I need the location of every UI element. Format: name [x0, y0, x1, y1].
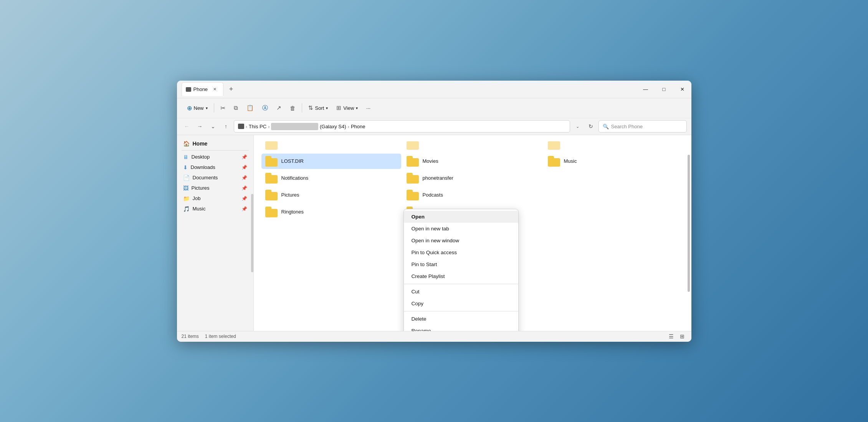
file-item-movies[interactable]: Movies [403, 154, 542, 169]
pictures-icon: 🖼 [183, 185, 188, 191]
sidebar-scrollbar[interactable] [251, 194, 253, 272]
sidebar-job-label: Job [193, 195, 201, 201]
music-icon: 🎵 [183, 206, 190, 212]
breadcrumb-thispc[interactable]: This PC [249, 124, 266, 129]
delete-icon: 🗑 [290, 105, 296, 111]
sidebar-item-documents[interactable]: 📄 Documents 📌 [179, 173, 252, 183]
pictures-pin-icon: 📌 [241, 185, 247, 191]
rename-button[interactable]: Ⓐ [258, 101, 272, 115]
file-item-lostdir[interactable]: LOST.DIR [261, 154, 401, 169]
breadcrumb-device-model[interactable]: (Galaxy S4) [320, 124, 346, 129]
sidebar-item-downloads[interactable]: ⬇ Downloads 📌 [179, 162, 252, 172]
share-icon: ↗ [276, 104, 281, 111]
sidebar-desktop-label: Desktop [192, 154, 210, 160]
more-button[interactable]: ··· [362, 101, 374, 115]
folder-icon-partial-1 [265, 141, 278, 150]
tab-close-button[interactable]: ✕ [212, 86, 218, 93]
sort-dropdown-icon: ▾ [326, 106, 328, 110]
cut-button[interactable]: ✂ [217, 101, 229, 115]
file-item-music[interactable]: Music [544, 154, 684, 169]
file-explorer-window: Phone ✕ + — □ ✕ ⊕ New ▾ ✂ ⧉ 📋 Ⓐ [177, 81, 691, 342]
recent-button[interactable]: ⌄ [208, 121, 218, 132]
ctx-rename[interactable]: Rename [404, 325, 518, 331]
tab-title: Phone [193, 86, 208, 92]
ctx-open-new-tab[interactable]: Open in new tab [404, 223, 518, 235]
copy-button[interactable]: ⧉ [230, 101, 242, 115]
folder-icon-phonetransfer [407, 173, 419, 184]
file-item-partial-1[interactable] [261, 139, 401, 152]
breadcrumb-device-icon [238, 124, 244, 129]
file-area-scrollbar[interactable] [688, 155, 690, 292]
ctx-pin-quick-access[interactable]: Pin to Quick access [404, 247, 518, 258]
title-bar: Phone ✕ + — □ ✕ [177, 81, 691, 98]
documents-icon: 📄 [183, 175, 190, 181]
breadcrumb-device-name: ████████████ [271, 123, 318, 130]
rename-icon: Ⓐ [262, 104, 268, 112]
file-label-lostdir: LOST.DIR [281, 158, 304, 164]
search-icon: 🔍 [603, 124, 609, 129]
more-icon: ··· [366, 105, 370, 111]
new-dropdown-icon: ▾ [206, 106, 208, 110]
new-tab-button[interactable]: + [225, 83, 237, 95]
back-button[interactable]: ← [182, 121, 192, 132]
breadcrumb-current[interactable]: Phone [351, 124, 365, 129]
sidebar-item-music[interactable]: 🎵 Music 📌 [179, 204, 252, 214]
address-dropdown-button[interactable]: ⌄ [572, 121, 583, 132]
delete-button[interactable]: 🗑 [286, 101, 299, 115]
file-item-ringtones[interactable]: Ringtones [261, 204, 401, 220]
ctx-pin-start-label: Pin to Start [412, 261, 437, 267]
file-item-partial-3[interactable] [544, 139, 684, 152]
forward-button[interactable]: → [195, 121, 205, 132]
ctx-open-new-window[interactable]: Open in new window [404, 235, 518, 247]
file-item-podcasts[interactable]: Podcasts [403, 187, 542, 203]
music-pin-icon: 📌 [241, 206, 247, 212]
file-label-notifications: Notifications [281, 175, 309, 181]
maximize-button[interactable]: □ [655, 83, 673, 95]
address-bar: ← → ⌄ ↑ › This PC › ████████████ (Galaxy… [177, 118, 691, 135]
file-item-notifications[interactable]: Notifications [261, 170, 401, 186]
ctx-open-new-window-label: Open in new window [412, 238, 460, 243]
folder-icon-movies [407, 156, 419, 167]
ctx-sep-2 [404, 311, 518, 311]
ctx-create-playlist[interactable]: Create Playlist [404, 270, 518, 282]
ctx-delete[interactable]: Delete [404, 313, 518, 325]
close-button[interactable]: ✕ [674, 83, 691, 95]
search-box[interactable]: 🔍 Search Phone [599, 120, 687, 132]
desktop-pin-icon: 📌 [241, 154, 247, 160]
breadcrumb[interactable]: › This PC › ████████████ (Galaxy S4) › P… [234, 120, 570, 132]
new-button[interactable]: ⊕ New ▾ [183, 101, 212, 115]
ctx-copy[interactable]: Copy [404, 298, 518, 309]
job-pin-icon: 📌 [241, 196, 247, 201]
sidebar-item-home[interactable]: 🏠 Home [179, 139, 252, 149]
grid-view-button[interactable]: ⊞ [678, 332, 687, 341]
paste-button[interactable]: 📋 [243, 101, 258, 115]
view-dropdown-icon: ▾ [356, 106, 358, 110]
sidebar-downloads-label: Downloads [191, 164, 215, 170]
refresh-button[interactable]: ↻ [585, 121, 596, 132]
sidebar-item-job[interactable]: 📁 Job 📌 [179, 194, 252, 204]
sidebar-item-pictures[interactable]: 🖼 Pictures 📌 [179, 183, 252, 193]
file-label-pictures: Pictures [281, 192, 299, 198]
folder-icon-ringtones [265, 207, 278, 217]
ctx-pin-start[interactable]: Pin to Start [404, 258, 518, 270]
ctx-open[interactable]: Open [404, 211, 518, 223]
sidebar-item-desktop[interactable]: 🖥 Desktop 📌 [179, 152, 252, 162]
folder-icon-pictures [265, 190, 278, 200]
view-button[interactable]: ⊞ View ▾ [332, 101, 362, 115]
up-button[interactable]: ↑ [221, 121, 231, 132]
window-controls: — □ ✕ [637, 83, 691, 95]
documents-pin-icon: 📌 [241, 175, 247, 180]
file-item-partial-2[interactable] [403, 139, 542, 152]
ctx-cut[interactable]: Cut [404, 286, 518, 298]
list-view-button[interactable]: ☰ [667, 332, 676, 341]
share-button[interactable]: ↗ [273, 101, 285, 115]
file-item-pictures[interactable]: Pictures [261, 187, 401, 203]
file-item-phonetransfer[interactable]: phonetransfer [403, 170, 542, 186]
ctx-pin-quick-access-label: Pin to Quick access [412, 250, 457, 255]
active-tab[interactable]: Phone ✕ [182, 82, 224, 96]
file-label-movies: Movies [423, 158, 438, 164]
new-icon: ⊕ [187, 104, 192, 112]
sidebar-music-label: Music [193, 206, 206, 212]
sort-button[interactable]: ⇅ Sort ▾ [304, 101, 332, 115]
minimize-button[interactable]: — [637, 83, 655, 95]
